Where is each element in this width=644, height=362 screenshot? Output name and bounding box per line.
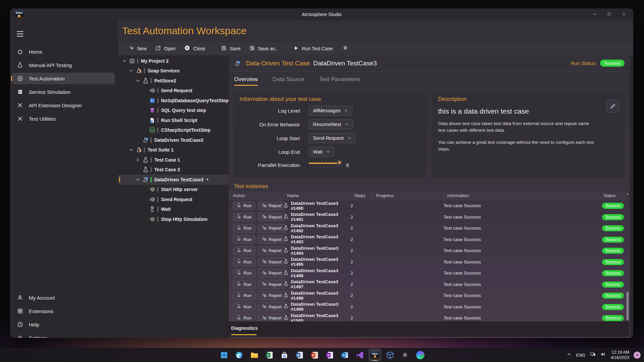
tree-item-stop-http-simulation[interactable]: Stop Http Simulation — [118, 214, 229, 224]
tree-item-nosqldatabasequeryteststep[interactable]: NoSqlDatabaseQueryTestStep — [118, 96, 229, 106]
hamburger-menu-icon[interactable] — [17, 31, 23, 37]
sidebar-item-test-automation[interactable]: Test Automation — [12, 73, 115, 84]
tray-chevron-up-icon[interactable] — [567, 352, 572, 358]
run-button[interactable]: Run — [233, 302, 255, 311]
taskbar-atmosphere-icon[interactable]: Atmo — [369, 349, 381, 361]
dropdown[interactable]: ResumeNext — [309, 119, 353, 129]
taskbar-onenote-icon[interactable]: N — [323, 349, 336, 361]
stop-button[interactable] — [342, 45, 348, 52]
taskbar-outlook-icon[interactable]: O — [338, 349, 351, 361]
close-button[interactable] — [616, 8, 631, 20]
tree-item-send-request[interactable]: Send Request — [118, 194, 229, 204]
slider-thumb[interactable] — [337, 160, 342, 165]
taskbar-start-icon[interactable] — [218, 349, 230, 361]
notification-badge[interactable]: 4 — [634, 352, 641, 359]
sidebar-item-api-extension-designer[interactable]: API Extension Designer — [12, 100, 115, 111]
minimize-button[interactable] — [587, 8, 602, 20]
volume-icon[interactable] — [600, 351, 606, 359]
language-indicator[interactable]: ENG — [576, 353, 585, 358]
chevron-right-icon[interactable] — [136, 158, 142, 162]
toolbar-button-run-test-case[interactable]: Run Test Case — [289, 43, 337, 54]
taskbar-file-explorer-icon[interactable] — [248, 349, 261, 361]
scrollbar-thumb[interactable] — [627, 292, 629, 320]
sidebar-item-home[interactable]: Home — [12, 46, 115, 57]
taskbar-powerpoint-icon[interactable]: P — [308, 349, 321, 361]
toolbar-button-save-as[interactable]: Save as.. — [245, 43, 282, 54]
taskbar-excel-icon[interactable]: X — [263, 349, 276, 361]
tree-item-wait[interactable]: Wait — [118, 204, 229, 215]
run-button[interactable]: Run — [233, 235, 255, 244]
chevron-down-icon[interactable] — [129, 68, 136, 73]
sidebar-item-manual-api-testing[interactable]: Manual API Testing — [12, 59, 115, 71]
report-button[interactable]: Report — [258, 269, 285, 278]
report-button[interactable]: Report — [258, 213, 285, 221]
taskbar-store-icon[interactable] — [278, 349, 291, 361]
taskbar-visual-studio-icon[interactable] — [354, 349, 366, 361]
tree-item-soap-services[interactable]: Soap Services — [118, 66, 229, 76]
report-button[interactable]: Report — [258, 201, 285, 210]
tree-item-sql-query-test-step[interactable]: SQL Query test step — [118, 106, 229, 116]
tree-item-run-shell-script[interactable]: Run Shell Script — [118, 115, 229, 125]
tree-item-send-request[interactable]: Send Request — [118, 86, 229, 96]
chevron-down-icon[interactable] — [136, 78, 142, 83]
sidebar-item-help[interactable]: ? Help — [12, 319, 115, 330]
report-button[interactable]: Report — [258, 235, 285, 244]
run-button[interactable]: Run — [233, 246, 255, 255]
tree-item-start-http-server[interactable]: Start Http server — [118, 185, 229, 195]
tree-item-datadriven-testcase2[interactable]: DataDriven TestCase2 — [118, 135, 229, 145]
run-button[interactable]: Run — [233, 201, 255, 210]
toolbar-button-new[interactable]: New — [124, 43, 151, 54]
run-button[interactable]: Run — [233, 269, 255, 278]
dropdown[interactable]: Send Request — [309, 133, 356, 143]
sidebar-item-settings[interactable]: Settings — [12, 332, 115, 338]
run-button[interactable]: Run — [233, 224, 255, 233]
edit-description-button[interactable] — [606, 100, 619, 113]
taskbar-gear-icon[interactable] — [399, 349, 412, 361]
tab-diagnostics[interactable]: Diagnostics — [231, 325, 258, 331]
tree-item-csharpscriptteststep[interactable]: C# CSharpScriptTestStep — [118, 125, 229, 135]
toolbar-button-close[interactable]: Close — [180, 43, 210, 54]
tree-item-datadriven-testcase3[interactable]: DataDriven TestCase3 — [118, 175, 229, 185]
tree-item-test-case-1[interactable]: Test Case 1 — [118, 155, 229, 165]
dropdown[interactable]: Wait — [309, 147, 334, 157]
report-button[interactable]: Report — [258, 314, 285, 322]
tree-item-test-case-2[interactable]: Test Case 2 — [118, 165, 229, 175]
tree-item-petstore2[interactable]: PetStore2 — [118, 76, 229, 86]
toolbar-button-save[interactable]: Save — [217, 43, 245, 54]
report-button[interactable]: Report — [258, 257, 285, 266]
toolbar-button-open[interactable]: Open — [151, 43, 180, 54]
taskbar-edge-icon[interactable] — [233, 349, 246, 361]
report-button[interactable]: Report — [258, 224, 285, 233]
chevron-down-icon[interactable] — [122, 59, 129, 63]
tab-overview[interactable]: Overview — [234, 76, 258, 86]
sidebar-item-service-simulation[interactable]: Service Simulation — [12, 86, 115, 98]
dropdown[interactable]: AllMessages — [309, 106, 353, 116]
tree-item-my-project-2[interactable]: My Project 2 — [118, 56, 229, 66]
taskbar-word-icon[interactable]: W — [293, 349, 306, 361]
sidebar-item-test-utilities[interactable]: Test Utilities — [12, 113, 115, 124]
taskbar-sphere-icon[interactable] — [414, 349, 427, 361]
run-button[interactable]: Run — [233, 213, 255, 221]
scroll-up-icon[interactable]: ▲ — [626, 192, 629, 195]
maximize-button[interactable] — [602, 8, 616, 20]
tab-test-parameters[interactable]: Test Parameters — [319, 76, 361, 86]
clock[interactable]: 12:18 AM 4/16/2023 — [610, 350, 629, 361]
tree-item-test-suite-1[interactable]: Test Suite 1 — [118, 145, 229, 155]
table-scrollbar[interactable]: ▲ — [626, 192, 629, 320]
run-button[interactable]: Run — [233, 280, 255, 289]
network-icon[interactable] — [590, 351, 596, 359]
chevron-down-icon[interactable] — [129, 147, 136, 152]
run-button[interactable]: Run — [233, 257, 255, 266]
report-button[interactable]: Report — [258, 246, 285, 255]
report-button[interactable]: Report — [258, 280, 285, 289]
taskbar-box-3d-icon[interactable] — [384, 349, 396, 361]
run-button[interactable]: Run — [233, 314, 255, 322]
tab-data-source[interactable]: Data Source — [273, 76, 305, 86]
parallel-execution-slider[interactable] — [309, 163, 339, 168]
report-button[interactable]: Report — [258, 291, 285, 300]
sidebar-item-my-account[interactable]: My Account — [12, 292, 115, 303]
chevron-down-icon[interactable] — [136, 177, 142, 182]
sidebar-item-extensions[interactable]: Extensions — [12, 305, 115, 317]
report-button[interactable]: Report — [258, 302, 285, 311]
run-button[interactable]: Run — [233, 291, 255, 300]
